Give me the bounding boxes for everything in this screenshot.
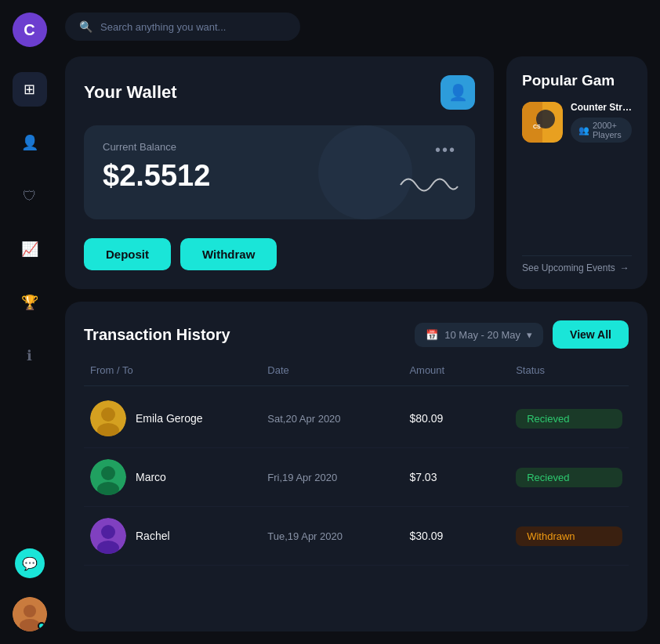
transaction-history-section: Transaction History 📅 10 May - 20 May ▾ … xyxy=(65,302,647,631)
tx-avatar xyxy=(90,400,126,436)
chat-bubble-button[interactable]: 💬 xyxy=(15,548,45,578)
tx-amount: $80.09 xyxy=(409,412,516,425)
wallet-person-icon: 👤 xyxy=(448,83,468,102)
dashboard-icon: ⊞ xyxy=(24,81,35,98)
analytics-icon: 📈 xyxy=(21,241,38,258)
svg-point-11 xyxy=(101,466,115,480)
profile-icon: 👤 xyxy=(21,134,38,151)
user-avatar[interactable] xyxy=(13,597,47,631)
game-cover-art: CS xyxy=(522,102,563,143)
withdraw-button[interactable]: Withdraw xyxy=(180,238,277,270)
col-from-to: From / To xyxy=(90,364,267,376)
tx-name: Rachel xyxy=(136,530,170,542)
popular-games-card: Popular Gam CS Counter Strike Global 👥 2 xyxy=(506,56,647,289)
tx-person: Rachel xyxy=(90,518,267,554)
info-icon: ℹ xyxy=(27,347,32,364)
see-upcoming-button[interactable]: See Upcoming Events → xyxy=(522,255,632,273)
calendar-icon: 📅 xyxy=(426,329,438,341)
view-all-button[interactable]: View All xyxy=(553,320,629,349)
game-name: Counter Strike Global xyxy=(571,102,632,113)
arrow-right-icon: → xyxy=(620,262,629,273)
col-amount: Amount xyxy=(409,364,516,376)
tx-avatar xyxy=(90,518,126,554)
status-badge: Recieved xyxy=(516,409,622,429)
wallet-header: Your Wallet 👤 xyxy=(84,75,475,110)
tx-date: Fri,19 Apr 2020 xyxy=(267,472,409,483)
shield-icon: 🛡 xyxy=(23,188,37,204)
balance-label: Current Balance xyxy=(103,141,210,153)
sidebar-item-trophy[interactable]: 🏆 xyxy=(13,285,47,320)
balance-card: Current Balance $2.5512 ••• xyxy=(84,125,475,219)
tx-name: Marco xyxy=(136,471,166,483)
chevron-down-icon: ▾ xyxy=(527,329,532,341)
search-input[interactable] xyxy=(100,21,286,33)
tx-person: Marco xyxy=(90,459,267,495)
sidebar-item-profile[interactable]: 👤 xyxy=(13,125,47,160)
balance-info: Current Balance $2.5512 xyxy=(103,141,210,193)
status-badge: Recieved xyxy=(516,468,622,487)
online-indicator xyxy=(38,622,45,630)
balance-amount: $2.5512 xyxy=(103,159,210,193)
wave-icon xyxy=(397,169,459,204)
game-item[interactable]: CS Counter Strike Global 👥 2000+ Players xyxy=(522,102,632,143)
players-badge: 👥 2000+ Players xyxy=(571,118,632,143)
table-row: Rachel Tue,19 Apr 2020 $30.09 Withdrawn xyxy=(84,507,629,566)
players-count: 2000+ Players xyxy=(593,121,624,139)
svg-point-14 xyxy=(101,525,115,539)
top-row: Your Wallet 👤 Current Balance $2.5512 ••… xyxy=(65,56,647,289)
popular-games-title: Popular Gam xyxy=(522,72,632,89)
table-row: Emila Geroge Sat,20 Apr 2020 $80.09 Reci… xyxy=(84,389,629,448)
tx-table-header: From / To Date Amount Status xyxy=(84,364,629,386)
tx-controls: 📅 10 May - 20 May ▾ View All xyxy=(415,320,629,349)
tx-person: Emila Geroge xyxy=(90,400,267,436)
tx-amount: $30.09 xyxy=(409,530,516,542)
wallet-icon-button[interactable]: 👤 xyxy=(441,75,475,110)
sidebar: C ⊞ 👤 🛡 📈 🏆 ℹ 💬 xyxy=(0,0,59,644)
see-upcoming-label: See Upcoming Events xyxy=(522,262,615,273)
chat-icon: 💬 xyxy=(22,556,38,571)
table-row: Marco Fri,19 Apr 2020 $7.03 Recieved xyxy=(84,448,629,507)
search-icon: 🔍 xyxy=(79,20,92,33)
col-status: Status xyxy=(516,364,622,376)
wave-svg xyxy=(397,169,459,201)
game-info: Counter Strike Global 👥 2000+ Players xyxy=(571,102,632,143)
search-bar[interactable]: 🔍 xyxy=(65,13,300,41)
trophy-icon: 🏆 xyxy=(21,294,38,311)
svg-text:CS: CS xyxy=(533,124,541,129)
tx-header: Transaction History 📅 10 May - 20 May ▾ … xyxy=(84,320,629,349)
app-logo[interactable]: C xyxy=(13,13,47,47)
sidebar-item-dashboard[interactable]: ⊞ xyxy=(13,72,47,107)
wallet-actions: Deposit Withdraw xyxy=(84,238,475,270)
game-thumbnail: CS xyxy=(522,102,563,143)
tx-date: Tue,19 Apr 2020 xyxy=(267,530,409,542)
svg-point-2 xyxy=(20,619,40,631)
wallet-title: Your Wallet xyxy=(84,82,177,103)
tx-name: Emila Geroge xyxy=(136,412,203,425)
status-badge: Withdrawn xyxy=(516,526,622,546)
date-picker[interactable]: 📅 10 May - 20 May ▾ xyxy=(415,323,543,347)
main-content: 🔍 Your Wallet 👤 Current Balance $2.5512 xyxy=(59,0,660,644)
deposit-button[interactable]: Deposit xyxy=(84,238,171,270)
date-range-label: 10 May - 20 May xyxy=(444,329,520,341)
tx-avatar xyxy=(90,459,126,495)
sidebar-item-info[interactable]: ℹ xyxy=(13,338,47,373)
tx-amount: $7.03 xyxy=(409,471,516,483)
balance-menu[interactable]: ••• xyxy=(435,141,456,159)
wallet-card: Your Wallet 👤 Current Balance $2.5512 ••… xyxy=(65,56,494,289)
players-icon: 👥 xyxy=(578,125,589,136)
col-date: Date xyxy=(267,364,409,376)
svg-point-8 xyxy=(101,407,115,421)
tx-date: Sat,20 Apr 2020 xyxy=(267,413,409,425)
svg-point-1 xyxy=(24,605,36,617)
sidebar-item-security[interactable]: 🛡 xyxy=(13,179,47,213)
tx-title: Transaction History xyxy=(84,326,230,344)
sidebar-item-analytics[interactable]: 📈 xyxy=(13,232,47,266)
more-options-icon[interactable]: ••• xyxy=(435,141,456,158)
